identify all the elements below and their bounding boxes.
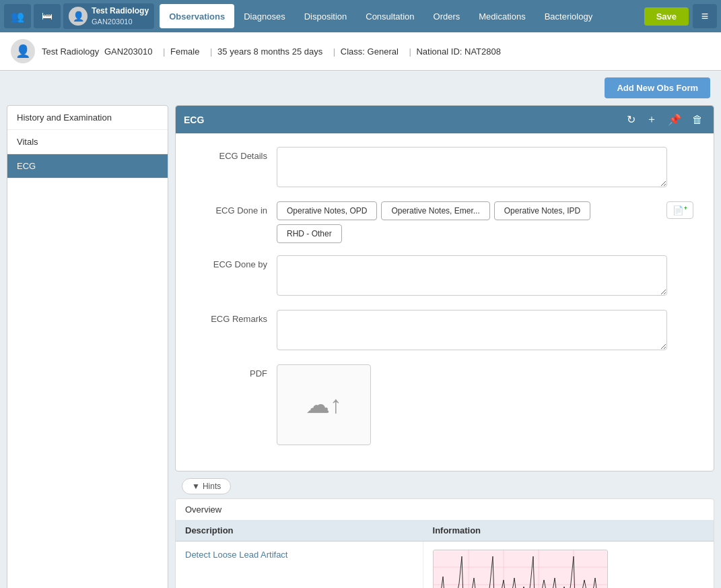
hints-row-1: Detect Loose Lead Artifact [176, 542, 714, 589]
ecg-done-in-label: ECG Done in [196, 201, 277, 216]
hints-toggle-button[interactable]: ▼ Hints [182, 478, 231, 494]
upload-icon: ☁↑ [306, 391, 342, 419]
patient-avatar: 👤 [11, 39, 35, 63]
pin-icon[interactable]: 📌 [665, 111, 684, 128]
patient-info: Test Radiology GAN203010 | Female | 35 y… [42, 46, 504, 57]
ecg-remarks-row: ECG Remarks [196, 310, 693, 352]
pdf-row: PDF ☁↑ [196, 364, 693, 445]
menu-button[interactable]: ≡ [693, 4, 717, 28]
done-in-btn-opd[interactable]: Operative Notes, OPD [277, 201, 377, 220]
save-button[interactable]: Save [644, 7, 689, 26]
ecg-done-by-input[interactable] [277, 255, 667, 296]
tab-medications[interactable]: Medications [469, 4, 535, 28]
users-icon-button[interactable]: 👥 [4, 4, 31, 28]
patient-age: 35 years 8 months 25 days [217, 46, 322, 57]
done-in-btn-ipd[interactable]: Operative Notes, IPD [494, 201, 590, 220]
action-bar: Add New Obs Form [0, 71, 721, 105]
hints-col-information: Information [423, 520, 714, 542]
user-id: GAN203010 [92, 17, 149, 26]
patient-bar: 👤 Test Radiology GAN203010 | Female | 35… [0, 32, 721, 71]
patient-name: Test Radiology [42, 46, 99, 57]
sidebar-item-vitals[interactable]: Vitals [7, 130, 168, 154]
ecg-details-input[interactable] [277, 147, 667, 187]
pdf-label: PDF [196, 364, 277, 379]
add-icon[interactable]: ＋ [644, 111, 660, 128]
tab-bacteriology[interactable]: Bacteriology [535, 4, 603, 28]
top-nav: 👥 🛏 👤 Test Radiology GAN203010 Observati… [0, 0, 721, 32]
ecg-done-by-label: ECG Done by [196, 255, 277, 269]
ecg-header-actions: ↻ ＋ 📌 🗑 [624, 111, 706, 128]
hints-desc-1: Detect Loose Lead Artifact [176, 542, 423, 589]
tab-observations[interactable]: Observations [160, 4, 234, 28]
ecg-wave-svg [434, 550, 607, 588]
user-profile[interactable]: 👤 Test Radiology GAN203010 [63, 3, 154, 29]
patient-gender: Female [170, 46, 199, 57]
ecg-done-in-row: ECG Done in Operative Notes, OPD Operati… [196, 201, 693, 243]
nav-tabs: Observations Diagnoses Disposition Consu… [160, 4, 644, 28]
tab-diagnoses[interactable]: Diagnoses [234, 4, 294, 28]
hints-label: Hints [203, 482, 221, 491]
bed-icon-button[interactable]: 🛏 [34, 4, 61, 28]
ecg-panel: ECG ↻ ＋ 📌 🗑 ECG Details [175, 105, 714, 471]
svg-rect-0 [434, 550, 607, 588]
ecg-header: ECG ↻ ＋ 📌 🗑 [176, 106, 714, 133]
hints-overview-title: Overview [176, 499, 714, 520]
done-in-btn-rhd[interactable]: RHD - Other [277, 224, 342, 243]
patient-class: Class: General [341, 46, 399, 57]
hints-container: Overview Description Information Detect … [175, 498, 714, 588]
ecg-remarks-label: ECG Remarks [196, 310, 277, 324]
avatar: 👤 [69, 7, 88, 26]
ecg-panel-title: ECG [184, 115, 204, 125]
user-name: Test Radiology [92, 6, 149, 17]
add-obs-form-button[interactable]: Add New Obs Form [605, 77, 710, 98]
hints-table: Description Information Detect Loose Lea… [176, 520, 714, 588]
main-layout: History and Examination Vitals ECG ECG ↻… [0, 105, 721, 588]
ecg-form: ECG Details ECG Done in Operative Notes,… [176, 133, 714, 471]
content-area: ECG ↻ ＋ 📌 🗑 ECG Details [175, 105, 714, 588]
tab-disposition[interactable]: Disposition [295, 4, 357, 28]
ecg-thumbnail [433, 550, 608, 588]
ecg-done-by-row: ECG Done by [196, 255, 693, 298]
done-in-buttons: Operative Notes, OPD Operative Notes, Em… [277, 201, 660, 243]
delete-icon[interactable]: 🗑 [689, 111, 706, 128]
done-in-btn-emer[interactable]: Operative Notes, Emer... [381, 201, 489, 220]
hints-col-description: Description [176, 520, 423, 542]
ecg-remarks-input[interactable] [277, 310, 667, 350]
hints-section: ▼ Hints Overview Description Information… [175, 471, 714, 588]
doc-attach-button[interactable]: 📄+ [666, 201, 693, 219]
ecg-details-label: ECG Details [196, 147, 277, 161]
hints-chevron-icon: ▼ [192, 482, 200, 491]
sidebar-item-ecg[interactable]: ECG [7, 154, 168, 178]
sidebar-item-history[interactable]: History and Examination [7, 106, 168, 130]
tab-orders[interactable]: Orders [424, 4, 470, 28]
ecg-details-row: ECG Details [196, 147, 693, 189]
refresh-icon[interactable]: ↻ [624, 111, 638, 128]
pdf-upload-area[interactable]: ☁↑ [277, 364, 371, 445]
tab-consultation[interactable]: Consultation [356, 4, 423, 28]
patient-national-id: National ID: NAT2808 [416, 46, 501, 57]
patient-id: GAN203010 [104, 46, 153, 57]
sidebar: History and Examination Vitals ECG [7, 105, 168, 588]
hints-info-1 [423, 542, 714, 589]
